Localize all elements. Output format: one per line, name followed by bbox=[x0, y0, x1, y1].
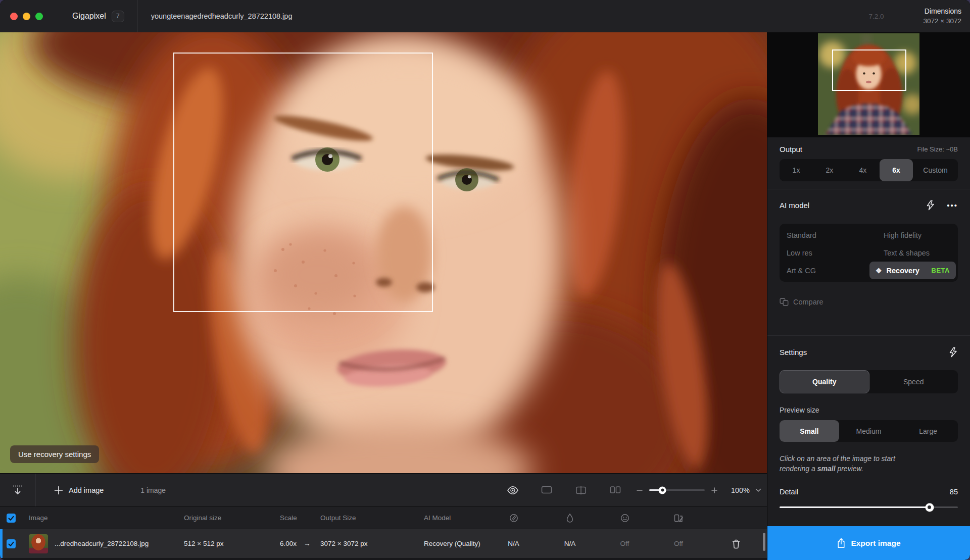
app-title: Gigapixel 7 bbox=[72, 11, 124, 22]
preview-size-label: Preview size bbox=[780, 406, 958, 414]
col-ai-model: AI Model bbox=[424, 514, 485, 522]
row-scale[interactable]: 6.00x bbox=[280, 540, 297, 547]
navigator-thumbnail[interactable] bbox=[818, 33, 919, 135]
col-recolor bbox=[673, 513, 684, 523]
export-icon bbox=[837, 538, 846, 548]
auto-bolt-icon[interactable] bbox=[926, 200, 935, 211]
preview-visibility-button[interactable] bbox=[507, 486, 519, 495]
size-medium-button[interactable]: Medium bbox=[839, 420, 899, 442]
navigator-viewport-rect[interactable] bbox=[832, 49, 906, 91]
checkbox-checked-icon bbox=[7, 514, 16, 523]
sparkle-icon: ❖ bbox=[876, 267, 882, 275]
right-panel: Output File Size: ~0B 1x 2x 4x 6x Custom… bbox=[767, 32, 970, 560]
settings-section: Settings Quality Speed Preview size Smal… bbox=[767, 336, 970, 526]
mode-quality-button[interactable]: Quality bbox=[780, 370, 869, 393]
scale-6x-button[interactable]: 6x bbox=[880, 159, 913, 181]
scale-custom-button[interactable]: Custom bbox=[913, 159, 958, 181]
row-ai-model[interactable]: Recovery (Quality) bbox=[424, 540, 485, 547]
mode-speed-button[interactable]: Speed bbox=[869, 370, 958, 393]
row-face-recovery-value: Off bbox=[620, 540, 629, 547]
scale-arrow: → bbox=[304, 540, 311, 547]
row-checkbox[interactable] bbox=[7, 539, 16, 548]
droplet-icon bbox=[565, 513, 574, 523]
close-window-icon[interactable] bbox=[10, 13, 18, 20]
row-selected-indicator bbox=[0, 529, 3, 558]
col-face-recovery bbox=[620, 513, 630, 523]
detail-slider-fill bbox=[780, 506, 930, 508]
collapse-queue-icon bbox=[12, 484, 23, 496]
model-low-res[interactable]: Low res bbox=[780, 244, 877, 262]
zoom-in-button[interactable] bbox=[711, 487, 718, 494]
maximize-window-icon[interactable] bbox=[35, 13, 43, 20]
side-by-side-view-icon bbox=[610, 486, 621, 494]
app-version-number: 7.2.0 bbox=[869, 13, 884, 20]
single-view-button[interactable] bbox=[541, 486, 552, 495]
select-all-checkbox[interactable] bbox=[7, 514, 16, 523]
zoom-level-dropdown[interactable] bbox=[755, 488, 762, 493]
checkbox-checked-icon bbox=[7, 539, 16, 548]
single-view-icon bbox=[541, 486, 552, 494]
zoom-slider[interactable] bbox=[649, 489, 705, 491]
file-size-estimate: File Size: ~0B bbox=[917, 145, 958, 153]
beta-badge: BETA bbox=[932, 267, 950, 274]
model-text-shapes[interactable]: Text & shapes bbox=[877, 244, 958, 262]
preview-selection-rect[interactable] bbox=[173, 53, 433, 312]
zoom-in-icon bbox=[711, 487, 718, 494]
image-canvas[interactable]: Use recovery settings bbox=[0, 32, 767, 473]
use-recovery-settings-button[interactable]: Use recovery settings bbox=[10, 445, 99, 463]
title-bar: Gigapixel 7 youngteenagedredheadcurly_28… bbox=[0, 0, 970, 32]
model-selector: Standard High fidelity Low res Text & sh… bbox=[780, 224, 958, 282]
compare-icon bbox=[780, 298, 789, 306]
side-by-side-view-button[interactable] bbox=[610, 486, 621, 495]
row-original-size: 512 × 512 px bbox=[184, 540, 280, 547]
zoom-out-button[interactable] bbox=[636, 487, 643, 494]
settings-title: Settings bbox=[780, 348, 807, 357]
zoom-slider-thumb[interactable] bbox=[659, 486, 666, 494]
face-icon bbox=[620, 513, 630, 523]
ai-model-menu-icon[interactable]: ••• bbox=[947, 201, 958, 210]
ai-model-title: AI model bbox=[780, 201, 809, 210]
detail-label: Detail bbox=[780, 488, 798, 496]
queue-row[interactable]: ...dredheadcurly_28722108.jpg 512 × 512 … bbox=[0, 529, 767, 558]
detail-slider[interactable] bbox=[780, 503, 958, 512]
model-recovery-label: Recovery bbox=[887, 267, 919, 275]
col-output-size: Output Size bbox=[320, 514, 424, 522]
add-image-label: Add image bbox=[69, 486, 104, 494]
compare-label: Compare bbox=[793, 298, 823, 306]
compare-button[interactable]: Compare bbox=[780, 298, 958, 306]
size-small-button[interactable]: Small bbox=[780, 420, 839, 442]
minimize-window-icon[interactable] bbox=[23, 13, 30, 20]
output-section: Output File Size: ~0B 1x 2x 4x 6x Custom bbox=[767, 137, 970, 189]
export-label: Export image bbox=[851, 539, 900, 548]
zoom-level[interactable]: 100% bbox=[731, 486, 750, 494]
output-title: Output bbox=[780, 145, 802, 154]
col-original-size: Original size bbox=[184, 514, 280, 522]
row-recolor-value: Off bbox=[674, 540, 683, 547]
gigapixel-window: Gigapixel 7 youngteenagedredheadcurly_28… bbox=[0, 0, 970, 560]
trash-icon bbox=[732, 539, 741, 549]
table-background bbox=[0, 558, 767, 560]
auto-settings-bolt-icon[interactable] bbox=[948, 347, 958, 358]
detail-slider-thumb[interactable] bbox=[925, 503, 934, 512]
split-view-button[interactable] bbox=[575, 486, 587, 495]
collapse-queue-button[interactable] bbox=[0, 474, 35, 506]
add-image-button[interactable]: Add image bbox=[36, 474, 122, 506]
col-sharpen bbox=[509, 513, 519, 523]
app-version-badge: 7 bbox=[112, 11, 124, 22]
preview-size-selector: Small Medium Large bbox=[780, 420, 958, 442]
row-thumbnail bbox=[29, 534, 48, 553]
model-standard[interactable]: Standard bbox=[780, 226, 877, 244]
delete-image-button[interactable] bbox=[732, 539, 741, 549]
mode-selector: Quality Speed bbox=[780, 370, 958, 393]
model-recovery-selected[interactable]: ❖ Recovery BETA bbox=[869, 262, 956, 279]
model-art-cg[interactable]: Art & CG bbox=[780, 262, 877, 279]
traffic-lights bbox=[0, 13, 43, 20]
row-output-size: 3072 × 3072 px bbox=[320, 540, 424, 547]
model-high-fidelity[interactable]: High fidelity bbox=[877, 226, 958, 244]
export-image-button[interactable]: Export image bbox=[767, 526, 970, 560]
size-large-button[interactable]: Large bbox=[898, 420, 958, 442]
scale-2x-button[interactable]: 2x bbox=[813, 159, 846, 181]
table-scrollbar[interactable] bbox=[763, 533, 765, 551]
scale-4x-button[interactable]: 4x bbox=[846, 159, 880, 181]
scale-1x-button[interactable]: 1x bbox=[780, 159, 813, 181]
